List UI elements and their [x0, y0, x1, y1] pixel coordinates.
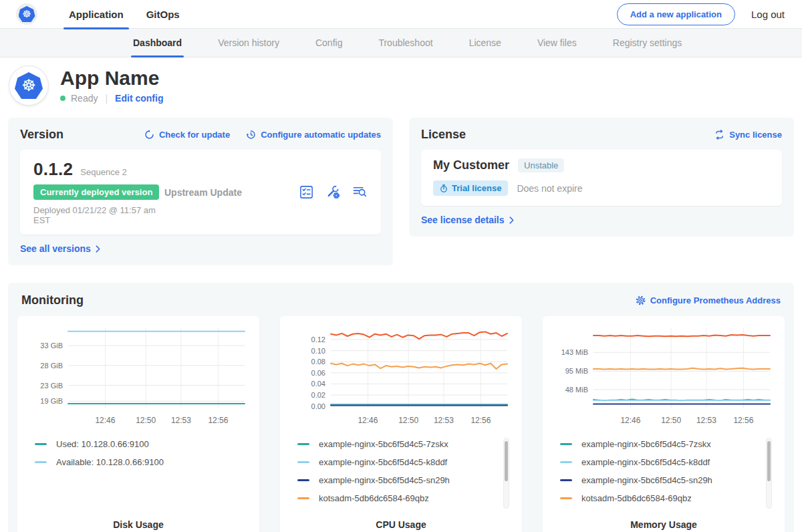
- tab-troubleshoot-label: Troubleshoot: [378, 37, 432, 48]
- tab-registry-settings-label: Registry settings: [613, 37, 682, 48]
- legend-label: example-nginx-5bc6f5d4c5-7zskx: [319, 439, 448, 449]
- refresh-icon: [144, 130, 154, 140]
- legend-label: example-nginx-5bc6f5d4c5-7zskx: [581, 439, 711, 449]
- disk-usage-chart-card: 33 GiB28 GiB23 GiB19 GiB12:4612:5012:531…: [17, 316, 259, 532]
- license-card: License Sync license My Cust: [409, 118, 794, 237]
- legend-item: example-nginx-5bc6f5d4c5-k8ddf: [297, 457, 491, 467]
- sync-license-link[interactable]: Sync license: [714, 130, 782, 140]
- license-expiry: Does not expire: [517, 183, 582, 194]
- license-card-title: License: [421, 128, 466, 142]
- tab-dashboard-label: Dashboard: [133, 37, 182, 48]
- memory-usage-chart-title: Memory Usage: [551, 511, 777, 532]
- kubernetes-logo[interactable]: ☸: [16, 3, 37, 25]
- legend-scrollbar[interactable]: [503, 438, 509, 509]
- svg-text:12:53: 12:53: [696, 416, 716, 425]
- svg-text:12:56: 12:56: [471, 416, 491, 425]
- deployed-timestamp: Deployed 01/21/22 @ 11:57 am EST: [33, 205, 164, 225]
- edit-config-link[interactable]: Edit config: [115, 93, 163, 104]
- svg-text:0.02: 0.02: [311, 391, 325, 399]
- version-card: Version Check for update: [8, 118, 393, 265]
- legend-label: example-nginx-5bc6f5d4c5-sn29h: [319, 475, 450, 485]
- see-license-details-label: See license details: [421, 215, 505, 225]
- view-diff-icon[interactable]: [352, 184, 368, 200]
- svg-text:33 GiB: 33 GiB: [40, 342, 63, 350]
- tab-version-history[interactable]: Version history: [200, 29, 297, 57]
- tab-troubleshoot[interactable]: Troubleshoot: [360, 29, 450, 57]
- legend-color-dash: [297, 443, 309, 445]
- configure-prometheus-label: Configure Prometheus Address: [650, 295, 781, 305]
- svg-text:12:56: 12:56: [208, 416, 228, 425]
- legend-color-dash: [35, 443, 47, 445]
- svg-text:12:46: 12:46: [358, 416, 378, 425]
- legend-label: kotsadm-5db6dc6584-69qbz: [319, 493, 429, 503]
- stopwatch-icon: [440, 184, 448, 192]
- chevron-right-icon: [96, 245, 100, 253]
- tab-license[interactable]: License: [451, 29, 519, 57]
- svg-text:19 GiB: 19 GiB: [40, 397, 63, 405]
- see-license-details-link[interactable]: See license details: [421, 215, 514, 225]
- svg-text:143 MiB: 143 MiB: [561, 348, 588, 356]
- kubernetes-app-icon: ☸: [15, 72, 43, 99]
- svg-text:12:56: 12:56: [733, 416, 753, 425]
- legend-color-dash: [297, 461, 309, 463]
- check-for-update-link[interactable]: Check for update: [144, 130, 230, 140]
- disk-usage-legend: Used: 10.128.0.66:9100Available: 10.128.…: [25, 430, 251, 511]
- tab-view-files[interactable]: View files: [519, 29, 595, 57]
- legend-label: example-nginx-5bc6f5d4c5-k8ddf: [581, 457, 710, 467]
- app-header: ☸ App Name Ready | Edit config: [0, 57, 802, 115]
- release-notes-icon[interactable]: [299, 184, 314, 200]
- add-new-application-button[interactable]: Add a new application: [617, 3, 735, 25]
- divider: |: [103, 93, 110, 104]
- svg-text:0.08: 0.08: [311, 358, 325, 366]
- config-wrench-icon[interactable]: [325, 184, 341, 200]
- legend-label: Available: 10.128.0.66:9100: [56, 457, 164, 467]
- customer-name: My Customer: [433, 158, 509, 172]
- tab-version-history-label: Version history: [218, 37, 279, 48]
- status-dot: [60, 96, 65, 101]
- top-nav: ☸ Application GitOps Add a new applicati…: [0, 0, 802, 29]
- svg-text:12:53: 12:53: [434, 416, 454, 425]
- legend-item: example-nginx-5bc6f5d4c5-7zskx: [560, 439, 754, 449]
- svg-text:12:50: 12:50: [398, 416, 418, 425]
- legend-item: example-nginx-5bc6f5d4c5-sn29h: [560, 475, 754, 485]
- legend-scrollbar-thumb[interactable]: [767, 441, 771, 481]
- memory-usage-chart: 143 MiB95 MiB48 MiB12:4612:5012:5312:56: [552, 323, 775, 430]
- gear-icon: [636, 295, 646, 305]
- channel-badge: Unstable: [518, 158, 564, 172]
- tab-application[interactable]: Application: [57, 0, 135, 28]
- version-card-title: Version: [20, 128, 63, 142]
- configure-automatic-updates-label: Configure automatic updates: [261, 130, 381, 140]
- legend-item: kotsadm-5db6dc6584-69qbz: [560, 493, 754, 503]
- tab-license-label: License: [469, 37, 501, 48]
- console-tabs: Application GitOps: [57, 0, 191, 28]
- tab-config[interactable]: Config: [297, 29, 360, 57]
- log-out-link[interactable]: Log out: [751, 9, 785, 20]
- svg-text:12:53: 12:53: [171, 416, 191, 425]
- tab-registry-settings[interactable]: Registry settings: [595, 29, 700, 57]
- legend-item: example-nginx-5bc6f5d4c5-sn29h: [297, 475, 491, 485]
- configure-automatic-updates-link[interactable]: Configure automatic updates: [246, 130, 381, 140]
- tab-gitops[interactable]: GitOps: [135, 0, 191, 28]
- legend-item: example-nginx-5bc6f5d4c5-7zskx: [297, 439, 491, 449]
- see-all-versions-link[interactable]: See all versions: [20, 243, 100, 254]
- status-label: Ready: [71, 93, 98, 104]
- svg-text:12:50: 12:50: [661, 416, 681, 425]
- legend-label: example-nginx-5bc6f5d4c5-sn29h: [581, 475, 712, 485]
- tab-view-files-label: View files: [537, 37, 577, 48]
- app-avatar: ☸: [9, 66, 48, 105]
- tab-dashboard[interactable]: Dashboard: [115, 29, 200, 57]
- legend-color-dash: [560, 497, 572, 499]
- kubernetes-logo-icon: ☸: [19, 6, 35, 22]
- configure-prometheus-link[interactable]: Configure Prometheus Address: [636, 295, 781, 305]
- monitoring-title: Monitoring: [21, 293, 84, 307]
- legend-scrollbar-thumb[interactable]: [505, 441, 508, 481]
- currently-deployed-badge: Currently deployed version: [33, 184, 159, 200]
- legend-label: kotsadm-5db6dc6584-69qbz: [581, 493, 692, 503]
- legend-color-dash: [297, 497, 309, 499]
- legend-item: kotsadm-5db6dc6584-69qbz: [297, 493, 491, 503]
- svg-text:0.00: 0.00: [311, 402, 325, 410]
- legend-scrollbar[interactable]: [766, 438, 772, 509]
- svg-text:28 GiB: 28 GiB: [40, 362, 63, 370]
- sync-icon: [714, 130, 724, 140]
- svg-text:12:50: 12:50: [136, 416, 156, 425]
